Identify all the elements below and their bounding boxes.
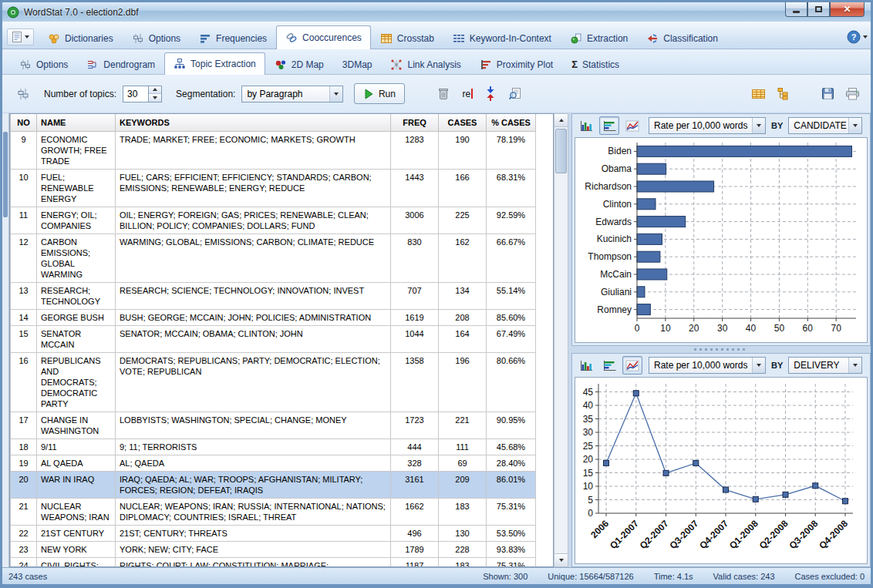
cell-pct-cases[interactable]: 45.68% [487,438,536,455]
cell-pct-cases[interactable]: 78.19% [487,131,536,169]
delete-topic-button[interactable] [437,87,450,100]
segmentation-dropdown-button[interactable] [329,86,342,102]
cell-freq[interactable]: 1443 [391,169,439,207]
cell-keywords[interactable]: DEMOCRATS; REPUBLICANS; PARTY; DEMOCRATI… [116,352,391,412]
table-row[interactable]: 14GEORGE BUSHBUSH; GEORGE; MCCAIN; JOHN;… [11,309,536,325]
cell-pct-cases[interactable]: 86.01% [487,471,536,498]
cell-no[interactable]: 17 [11,412,37,438]
cell-cases[interactable]: 208 [439,309,487,325]
cell-cases[interactable]: 130 [439,525,487,541]
tab-crosstab[interactable]: Crosstab [371,27,443,49]
cell-keywords[interactable]: IRAQ; QAEDA; AL; WAR; TROOPS; AFGHANISTA… [116,471,391,498]
cell-no[interactable]: 22 [11,525,37,541]
table-scrollbar[interactable] [554,113,568,567]
tab-keyword-in-context[interactable]: Keyword-In-Context [443,27,561,49]
tab-frequencies[interactable]: Frequencies [190,27,276,49]
cell-cases[interactable]: 225 [439,207,487,234]
measure-dropdown-button[interactable] [752,118,765,133]
scroll-up-button[interactable] [554,114,568,127]
table-row[interactable]: 17CHANGE IN WASHINGTONLOBBYISTS; WASHING… [11,412,536,438]
grid-view-button[interactable] [751,88,766,100]
horizontal-bar-chart-button[interactable] [599,116,619,135]
cell-pct-cases[interactable]: 85.60% [487,309,536,325]
cell-pct-cases[interactable]: 90.95% [487,412,536,438]
cell-freq[interactable]: 1044 [391,325,439,352]
cell-pct-cases[interactable]: 80.66% [487,352,536,412]
measure-dropdown-button[interactable] [752,358,765,373]
cell-no[interactable]: 10 [11,169,37,207]
cell-freq[interactable]: 3161 [391,471,439,498]
cell-no[interactable]: 15 [11,325,37,352]
cell-cases[interactable]: 134 [439,282,487,309]
cell-pct-cases[interactable]: 66.67% [487,234,536,282]
cell-keywords[interactable]: TRADE; MARKET; FREE; ECONOMIC; MARKETS; … [116,131,391,169]
cell-cases[interactable]: 228 [439,541,487,557]
cell-freq[interactable]: 444 [391,438,439,455]
subtab-3dmap[interactable]: 3DMap [333,54,382,74]
cell-cases[interactable]: 162 [439,234,487,282]
cell-pct-cases[interactable]: 28.40% [487,455,536,471]
cell-keywords[interactable]: YORK; NEW; CITY; FACE [116,541,391,557]
merge-topics-button[interactable] [485,86,496,101]
cell-keywords[interactable]: SENATOR; MCCAIN; OBAMA; CLINTON; JOHN [116,325,391,352]
tree-view-button[interactable] [777,87,790,100]
cell-name[interactable]: 9/11 [37,438,116,455]
subtab-proximity-plot[interactable]: Proximity Plot [470,54,562,74]
cell-keywords[interactable]: OIL; ENERGY; FOREIGN; GAS; PRICES; RENEW… [116,207,391,234]
cell-cases[interactable]: 111 [439,438,487,455]
cell-freq[interactable]: 1723 [391,412,439,438]
cell-name[interactable]: CIVIL RIGHTS; LAW [37,557,116,567]
cell-cases[interactable]: 221 [439,412,487,438]
table-row[interactable]: 15SENATOR MCCAINSENATOR; MCCAIN; OBAMA; … [11,325,536,352]
cell-name[interactable]: GEORGE BUSH [37,309,116,325]
cell-no[interactable]: 11 [11,207,37,234]
cell-cases[interactable]: 196 [439,352,487,412]
horizontal-bar-chart-button[interactable] [599,356,619,375]
cell-cases[interactable]: 209 [439,471,487,498]
cell-pct-cases[interactable]: 68.31% [487,169,536,207]
by-dropdown-button[interactable] [848,358,861,373]
cell-keywords[interactable]: 21ST; CENTURY; THREATS [116,525,391,541]
cell-freq[interactable]: 328 [391,455,439,471]
cell-cases[interactable]: 183 [439,557,487,567]
tab-classification[interactable]: Classification [637,27,727,49]
table-row[interactable]: 9ECONOMIC GROWTH; FREE TRADETRADE; MARKE… [11,131,536,169]
table-scrollbar-thumb[interactable] [555,129,567,173]
cell-keywords[interactable]: LOBBYISTS; WASHINGTON; SPECIAL; CHANGE; … [116,412,391,438]
cell-keywords[interactable]: NUCLEAR; WEAPONS; IRAN; RUSSIA; INTERNAT… [116,498,391,525]
save-button[interactable] [821,87,834,100]
column-header-keywords[interactable]: KEYWORDS [116,114,391,131]
cell-name[interactable]: CHANGE IN WASHINGTON [37,412,116,438]
vertical-bar-chart-button[interactable] [576,116,596,135]
cell-no[interactable]: 16 [11,352,37,412]
cell-no[interactable]: 9 [11,131,37,169]
cell-no[interactable]: 13 [11,282,37,309]
subtab-options[interactable]: Options [10,54,77,74]
cell-keywords[interactable]: BUSH; GEORGE; MCCAIN; JOHN; POLICIES; AD… [116,309,391,325]
vertical-bar-chart-button[interactable] [576,356,596,375]
panel-splitter[interactable] [571,346,871,353]
delivery-measure-select[interactable]: Rate per 10,000 words [649,357,766,374]
cell-pct-cases[interactable]: 92.59% [487,207,536,234]
cell-name[interactable]: SENATOR MCCAIN [37,325,116,352]
minimize-button[interactable] [785,2,807,17]
table-row[interactable]: 16REPUBLICANS AND DEMOCRATS; DEMOCRATIC … [11,352,536,412]
cell-name[interactable]: NUCLEAR WEAPONS; IRAN [37,498,116,525]
help-button[interactable]: ? [847,30,868,44]
cell-cases[interactable]: 164 [439,325,487,352]
cell-no[interactable]: 23 [11,541,37,557]
tab-extraction[interactable]: Extraction [561,27,637,49]
subtab-statistics[interactable]: Σ Statistics [562,54,629,74]
delivery-by-select[interactable]: DELIVERY [788,357,862,374]
cell-no[interactable]: 18 [11,438,37,455]
cell-freq[interactable]: 1619 [391,309,439,325]
print-button[interactable] [845,87,860,100]
left-scrollbar-thumb[interactable] [3,132,8,218]
cell-freq[interactable]: 707 [391,282,439,309]
subtab-topic-extraction[interactable]: Topic Extraction [164,52,265,75]
cell-name[interactable]: FUEL; RENEWABLE ENERGY [37,169,116,207]
cell-name[interactable]: WAR IN IRAQ [37,471,116,498]
cell-cases[interactable]: 166 [439,169,487,207]
rename-topic-button[interactable]: re [462,89,473,99]
cell-name[interactable]: ENERGY; OIL; COMPANIES [37,207,116,234]
